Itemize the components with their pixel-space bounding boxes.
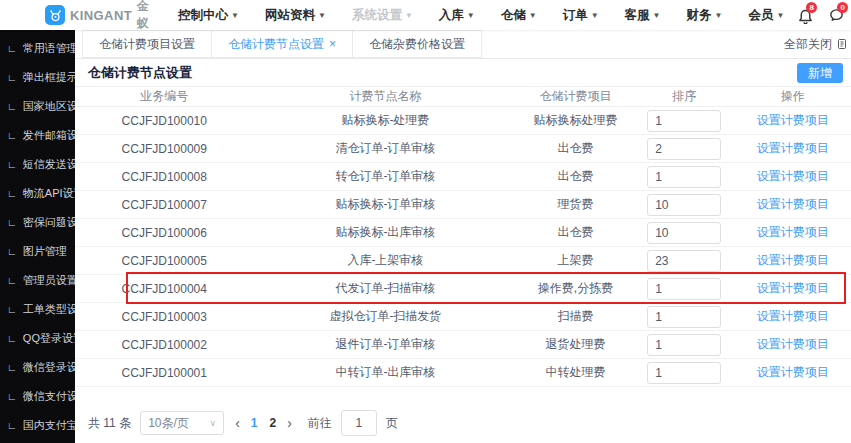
sort-input[interactable]: [647, 166, 721, 188]
cell-action: 设置计费项目: [735, 308, 851, 325]
chevron-down-icon: ▼: [467, 11, 475, 20]
cell-action: 设置计费项目: [735, 196, 851, 213]
sort-input[interactable]: [647, 278, 721, 300]
set-fee-items-link[interactable]: 设置计费项目: [757, 225, 829, 239]
total-count: 共 11 条: [88, 415, 131, 432]
page-size-select[interactable]: 10条/页 ∨: [140, 411, 224, 435]
sidebar-item[interactable]: ∟ 弹出框提示语管理: [0, 63, 75, 92]
cell-billing-project: 扫描费: [517, 308, 633, 325]
menu-label: 控制中心: [178, 7, 228, 24]
sidebar-item[interactable]: ∟ 管理员设置: [0, 266, 75, 295]
next-page-button[interactable]: ›: [285, 415, 294, 431]
table-row: CCJFJD100003 虚拟仓订单-扫描发货 扫描费 设置计费项目: [75, 303, 851, 331]
goto-page-input[interactable]: [341, 410, 377, 436]
close-icon[interactable]: ×: [329, 37, 336, 51]
content-panel: 仓储计费节点设置 新增 业务编号计费节点名称仓储计费项目排序操作 CCJFJD1…: [75, 59, 851, 443]
cell-sort: [634, 334, 735, 356]
set-fee-items-link[interactable]: 设置计费项目: [757, 113, 829, 127]
brand-logo[interactable]: KINGANT 金蚁: [45, 0, 149, 32]
sort-input[interactable]: [647, 306, 721, 328]
cell-sort: [634, 166, 735, 188]
kingant-ant-logo-icon: [45, 5, 65, 25]
sidebar-item[interactable]: ∟ 密保问题设置: [0, 208, 75, 237]
table-header-cell: 计费节点名称: [253, 88, 517, 105]
sidebar-item-label: 国内支付宝设置: [23, 419, 75, 431]
sort-input[interactable]: [647, 138, 721, 160]
tab[interactable]: 仓储杂费价格设置: [352, 30, 482, 58]
sort-input[interactable]: [647, 334, 721, 356]
navbar-menu-item[interactable]: 入库 ▼: [426, 7, 488, 24]
cell-billing-project: 贴标换标处理费: [517, 112, 633, 129]
table-row: CCJFJD100010 贴标换标-处理费 贴标换标处理费 设置计费项目: [75, 107, 851, 135]
set-fee-items-link[interactable]: 设置计费项目: [757, 197, 829, 211]
table-row: CCJFJD100007 贴标换标-订单审核 理货费 设置计费项目: [75, 191, 851, 219]
sidebar-item[interactable]: ∟ QQ登录设置: [0, 324, 75, 353]
set-fee-items-link[interactable]: 设置计费项目: [757, 337, 829, 351]
page-title: 仓储计费节点设置: [88, 64, 192, 82]
table-header-cell: 操作: [735, 88, 851, 105]
navbar-menu-item[interactable]: 网站资料 ▼: [252, 7, 339, 24]
sidebar-item-label: 常用语管理: [23, 42, 75, 54]
sort-input[interactable]: [647, 194, 721, 216]
navbar-menu-item[interactable]: 控制中心 ▼: [165, 7, 252, 24]
sidebar-item[interactable]: ∟ 工单类型设置: [0, 295, 75, 324]
chevron-down-icon: ∨: [210, 418, 217, 428]
add-button[interactable]: 新增: [797, 63, 843, 83]
cell-node-name: 退件订单-订单审核: [253, 336, 517, 353]
tab[interactable]: 仓储计费节点设置 ×: [211, 30, 353, 58]
set-fee-items-link[interactable]: 设置计费项目: [757, 169, 829, 183]
sort-input[interactable]: [647, 110, 721, 132]
sidebar-item[interactable]: ∟ 图片管理: [0, 237, 75, 266]
tab[interactable]: 仓储计费项目设置: [82, 30, 212, 58]
page-number[interactable]: 1: [251, 416, 258, 430]
close-all-tabs-button[interactable]: 全部关闭: [784, 30, 851, 58]
set-fee-items-link[interactable]: 设置计费项目: [757, 309, 829, 323]
sidebar-item[interactable]: ∟ 国内支付宝设置: [0, 411, 75, 440]
top-navbar: KINGANT 金蚁 控制中心 ▼ 网站资料 ▼ 系统设置 ▼ 入库 ▼ 仓储 …: [0, 0, 851, 30]
cell-business-id: CCJFJD100004: [75, 282, 253, 296]
sidebar-item[interactable]: ∟ 短信发送设置: [0, 150, 75, 179]
set-fee-items-link[interactable]: 设置计费项目: [757, 365, 829, 379]
set-fee-items-link[interactable]: 设置计费项目: [757, 141, 829, 155]
navbar-menu-item[interactable]: 财务 ▼: [673, 7, 735, 24]
navbar-menu-item[interactable]: 客服 ▼: [612, 7, 674, 24]
sidebar-item[interactable]: ∟ 常用语管理: [0, 34, 75, 63]
tab-label: 仓储计费节点设置: [228, 36, 324, 53]
sidebar-item-label: 管理员设置: [23, 274, 75, 286]
sidebar-item[interactable]: ∟ 微信支付设置: [0, 382, 75, 411]
sidebar-item[interactable]: ∟ 物流API设置: [0, 179, 75, 208]
sidebar-item[interactable]: ∟ 国家地区设置: [0, 92, 75, 121]
navbar-menu-item[interactable]: 仓储 ▼: [488, 7, 550, 24]
submenu-corner-icon: ∟: [7, 304, 17, 315]
navbar-menu-item[interactable]: 系统设置 ▼: [339, 7, 426, 24]
chevron-down-icon: ▼: [318, 11, 326, 20]
navbar-menu-item[interactable]: 订单 ▼: [550, 7, 612, 24]
sort-input[interactable]: [647, 362, 721, 384]
chat-icon[interactable]: 0: [828, 7, 845, 24]
prev-page-button[interactable]: ‹: [233, 415, 242, 431]
sidebar: ∟ 常用语管理 ∟ 弹出框提示语管理 ∟ 国家地区设置 ∟ 发件邮箱设置 ∟ 短…: [0, 30, 75, 443]
sidebar-item[interactable]: ∟ 发件邮箱设置: [0, 121, 75, 150]
sort-input[interactable]: [647, 222, 721, 244]
sort-input[interactable]: [647, 250, 721, 272]
page-number[interactable]: 2: [269, 416, 276, 430]
bell-icon[interactable]: 8: [797, 7, 814, 24]
sidebar-item[interactable]: ∟ 微信登录设置: [0, 353, 75, 382]
cell-sort: [634, 194, 735, 216]
navbar-menu-item[interactable]: 会员 ▼: [735, 7, 797, 24]
table-header-cell: 排序: [634, 88, 735, 105]
set-fee-items-link[interactable]: 设置计费项目: [757, 253, 829, 267]
cell-business-id: CCJFJD100005: [75, 254, 253, 268]
menu-label: 网站资料: [265, 7, 315, 24]
cell-billing-project: 上架费: [517, 252, 633, 269]
cell-billing-project: 退货处理费: [517, 336, 633, 353]
cell-node-name: 代发订单-扫描审核: [253, 280, 517, 297]
set-fee-items-link[interactable]: 设置计费项目: [757, 281, 829, 295]
submenu-corner-icon: ∟: [7, 43, 17, 54]
chevron-down-icon: ▼: [405, 11, 413, 20]
table-header-cell: 业务编号: [75, 88, 253, 105]
cell-node-name: 入库-上架审核: [253, 252, 517, 269]
brand-suffix: 金蚁: [137, 0, 149, 32]
sidebar-item-label: 物流API设置: [23, 187, 75, 199]
chevron-down-icon: ▼: [529, 11, 537, 20]
